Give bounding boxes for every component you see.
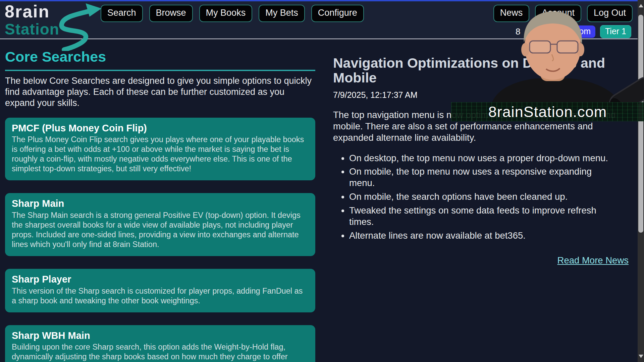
card-pmcf[interactable]: PMCF (Plus Money Coin Flip) The Plus Mon… xyxy=(5,118,315,181)
card-sharp-main[interactable]: Sharp Main The Sharp Main search is a st… xyxy=(5,193,315,256)
news-bullet: On mobile, the search options have been … xyxy=(349,191,611,202)
core-searches-intro: The below Core Searches are designed to … xyxy=(5,75,315,109)
card-sharp-wbh-main[interactable]: Sharp WBH Main Building upon the core Sh… xyxy=(5,325,315,362)
card-sharp-player[interactable]: Sharp Player This version of the Sharp s… xyxy=(5,269,315,312)
app-logo[interactable]: 8rain Station xyxy=(5,3,105,40)
card-description: Building upon the core Sharp search, thi… xyxy=(12,342,309,362)
logo-text-8rain: 8rain xyxy=(5,3,105,20)
core-searches-section: Core Searches The below Core Searches ar… xyxy=(5,50,315,362)
webcam-caption-bar: 8rainStation.com xyxy=(451,102,644,121)
read-more-news-link[interactable]: Read More News xyxy=(557,255,629,265)
nav-button-browse[interactable]: Browse xyxy=(149,5,193,22)
webcam-caption-text: 8rainStation.com xyxy=(488,104,607,119)
scroll-up-icon[interactable] xyxy=(639,4,643,7)
nav-button-search[interactable]: Search xyxy=(101,5,143,22)
nav-button-my-books[interactable]: My Books xyxy=(199,5,253,22)
webcam-overlay: 8rainStation.com xyxy=(451,10,644,121)
core-searches-title: Core Searches xyxy=(5,50,315,64)
primary-nav: Search Browse My Books My Bets Configure xyxy=(101,5,364,22)
news-bullet-list: On desktop, the top menu now uses a prop… xyxy=(333,153,611,241)
core-searches-divider xyxy=(5,70,315,71)
card-description: The Plus Money Coin Flip search gives yo… xyxy=(12,135,309,174)
nav-button-configure[interactable]: Configure xyxy=(311,5,364,22)
news-bullet: Alternate lines are now available at bet… xyxy=(349,230,611,241)
card-title: PMCF (Plus Money Coin Flip) xyxy=(12,123,309,134)
card-description: The Sharp Main search is a strong genera… xyxy=(12,210,309,250)
card-title: Sharp WBH Main xyxy=(12,330,309,341)
card-description: This version of the Sharp search is cust… xyxy=(12,286,309,306)
news-bullet: On mobile, the top menu now uses a respo… xyxy=(349,166,611,189)
news-bullet: Tweaked the settings on some data feeds … xyxy=(349,205,611,228)
scroll-down-icon[interactable] xyxy=(639,355,643,358)
card-title: Sharp Player xyxy=(12,274,309,285)
logo-text-station: Station xyxy=(5,21,105,37)
read-more-row: Read More News xyxy=(333,255,630,266)
nav-button-my-bets[interactable]: My Bets xyxy=(259,5,305,22)
card-title: Sharp Main xyxy=(12,198,309,209)
news-bullet: On desktop, the top menu now uses a prop… xyxy=(349,153,611,164)
